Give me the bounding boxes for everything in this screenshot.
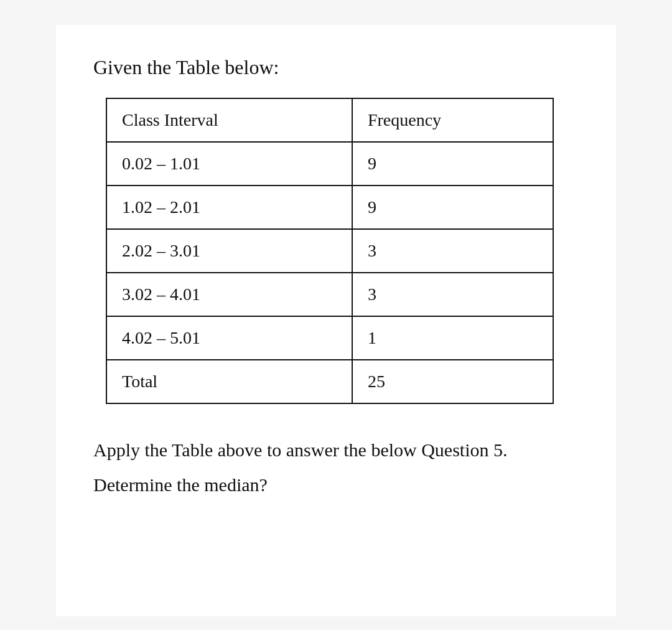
table-row: Total25	[106, 360, 553, 403]
table-row: 4.02 – 5.011	[106, 316, 553, 360]
header-class-interval: Class Interval	[106, 98, 352, 142]
table-header-row: Class Interval Frequency	[106, 98, 553, 142]
apply-text: Apply the Table above to answer the belo…	[93, 435, 579, 465]
cell-frequency: 25	[352, 360, 553, 403]
cell-frequency: 9	[352, 186, 553, 229]
header-frequency: Frequency	[352, 98, 553, 142]
cell-frequency: 3	[352, 273, 553, 316]
cell-interval: Total	[106, 360, 352, 403]
page-container: Given the Table below: Class Interval Fr…	[56, 25, 616, 616]
cell-frequency: 3	[352, 229, 553, 273]
cell-interval: 1.02 – 2.01	[106, 186, 352, 229]
bottom-text: Apply the Table above to answer the belo…	[93, 435, 579, 500]
frequency-table: Class Interval Frequency 0.02 – 1.0191.0…	[106, 98, 554, 404]
question-text: Determine the median?	[93, 470, 579, 500]
table-row: 0.02 – 1.019	[106, 142, 553, 186]
cell-frequency: 1	[352, 316, 553, 360]
cell-interval: 3.02 – 4.01	[106, 273, 352, 316]
intro-text: Given the Table below:	[93, 56, 579, 79]
table-row: 3.02 – 4.013	[106, 273, 553, 316]
table-body: 0.02 – 1.0191.02 – 2.0192.02 – 3.0133.02…	[106, 142, 553, 403]
cell-frequency: 9	[352, 142, 553, 186]
table-row: 1.02 – 2.019	[106, 186, 553, 229]
cell-interval: 0.02 – 1.01	[106, 142, 352, 186]
cell-interval: 4.02 – 5.01	[106, 316, 352, 360]
table-row: 2.02 – 3.013	[106, 229, 553, 273]
cell-interval: 2.02 – 3.01	[106, 229, 352, 273]
